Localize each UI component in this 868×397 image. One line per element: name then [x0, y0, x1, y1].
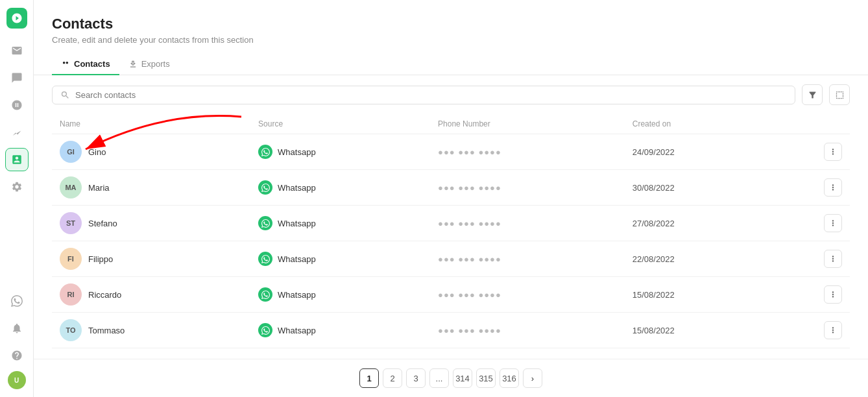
- radio-icon: [11, 99, 23, 111]
- phone-cell: ●●● ●●● ●●●●: [430, 134, 625, 170]
- created-cell: 30/08/2022: [625, 170, 767, 206]
- search-input[interactable]: [75, 90, 787, 100]
- wa-svg: [261, 219, 270, 228]
- wa-svg: [261, 255, 270, 263]
- pagination-next[interactable]: ›: [523, 368, 542, 388]
- contact-avatar: TO: [60, 319, 82, 341]
- created-cell: 15/08/2022: [625, 313, 767, 348]
- created-date: 15/08/2022: [633, 326, 675, 335]
- page-title: Contacts: [52, 16, 850, 32]
- contacts-tbody: GI Gino Whatsapp ●●● ●●● ●●●● 24/09/2022: [52, 134, 850, 348]
- pagination-page-314[interactable]: 314: [453, 368, 472, 388]
- phone-number: ●●● ●●● ●●●●: [438, 147, 501, 157]
- contact-name: Riccardo: [88, 290, 121, 300]
- more-icon: [828, 183, 838, 192]
- contact-name-cell: TO Tommaso: [52, 313, 250, 348]
- columns-button[interactable]: [829, 84, 850, 105]
- table-row: RI Riccardo Whatsapp ●●● ●●● ●●●● 15/08/…: [52, 277, 850, 313]
- page-subtitle: Create, edit and delete your contacts fr…: [52, 35, 850, 45]
- sidebar-bell[interactable]: [5, 317, 29, 340]
- wa-svg: [261, 184, 270, 192]
- pagination-page-315[interactable]: 315: [476, 368, 496, 388]
- created-date: 27/08/2022: [633, 219, 675, 228]
- whatsapp-source-icon: [258, 216, 272, 230]
- sidebar-item-radio[interactable]: [5, 93, 29, 117]
- contact-source-cell: Whatsapp: [250, 206, 430, 241]
- table-header: Name Source Phone Number Created on: [52, 114, 850, 134]
- phone-number: ●●● ●●● ●●●●: [438, 290, 501, 300]
- contact-source-cell: Whatsapp: [250, 313, 430, 348]
- whatsapp-source-icon: [258, 287, 272, 302]
- sidebar-bottom: U: [5, 289, 29, 389]
- col-phone: Phone Number: [430, 114, 625, 134]
- sidebar-item-chat[interactable]: [5, 66, 29, 90]
- main-content: Contacts Create, edit and delete your co…: [34, 0, 868, 397]
- actions-cell: [767, 277, 850, 313]
- source-label: Whatsapp: [278, 183, 316, 193]
- contact-name-cell: FI Filippo: [52, 241, 250, 277]
- contact-source-cell: Whatsapp: [250, 170, 430, 206]
- columns-icon: [835, 90, 845, 100]
- contact-name-cell: ST Stefano: [52, 206, 250, 241]
- phone-number: ●●● ●●● ●●●●: [438, 183, 501, 193]
- whatsapp-source-icon: [258, 145, 272, 159]
- sidebar-whatsapp[interactable]: [5, 289, 29, 313]
- contacts-tab-icon: [61, 60, 70, 69]
- contact-avatar: GI: [60, 141, 82, 163]
- phone-cell: ●●● ●●● ●●●●: [430, 170, 625, 206]
- more-options-button[interactable]: [824, 250, 842, 268]
- actions-cell: [767, 170, 850, 206]
- contact-avatar: RI: [60, 283, 82, 306]
- source-label: Whatsapp: [278, 147, 316, 157]
- more-icon: [828, 326, 838, 335]
- created-cell: 27/08/2022: [625, 206, 767, 241]
- phone-cell: ●●● ●●● ●●●●: [430, 313, 625, 348]
- col-actions: [767, 114, 850, 134]
- sidebar-item-analytics[interactable]: [5, 121, 29, 144]
- pagination-page-3[interactable]: 3: [406, 368, 426, 388]
- contact-source-cell: Whatsapp: [250, 241, 430, 277]
- analytics-icon: [11, 126, 23, 138]
- wa-svg: [261, 291, 270, 299]
- phone-cell: ●●● ●●● ●●●●: [430, 241, 625, 277]
- contact-name: Maria: [88, 183, 110, 193]
- col-source: Source: [250, 114, 430, 134]
- exports-tab-label: Exports: [141, 59, 170, 69]
- more-options-button[interactable]: [824, 321, 842, 339]
- app-logo[interactable]: [6, 8, 27, 29]
- user-avatar[interactable]: U: [8, 371, 26, 389]
- contact-name-cell: MA Maria: [52, 170, 250, 206]
- more-options-button[interactable]: [824, 285, 842, 304]
- more-options-button[interactable]: [824, 143, 842, 161]
- created-date: 15/08/2022: [633, 290, 675, 300]
- more-options-button[interactable]: [824, 178, 842, 197]
- created-date: 24/09/2022: [633, 147, 675, 157]
- more-icon: [828, 219, 838, 228]
- filter-button[interactable]: [802, 84, 823, 105]
- tabs-bar: Contacts Exports: [34, 45, 868, 75]
- table-row: FI Filippo Whatsapp ●●● ●●● ●●●● 22/08/2…: [52, 241, 850, 277]
- whatsapp-source-icon: [258, 180, 272, 195]
- source-label: Whatsapp: [278, 326, 316, 335]
- sidebar-item-contacts[interactable]: [5, 148, 29, 171]
- toolbar: [34, 75, 868, 114]
- sidebar-item-settings[interactable]: [5, 175, 29, 198]
- settings-icon: [11, 181, 23, 193]
- created-cell: 15/08/2022: [625, 277, 767, 313]
- pagination-page-1[interactable]: 1: [359, 368, 379, 388]
- contact-source-cell: Whatsapp: [250, 277, 430, 313]
- contacts-table: Name Source Phone Number Created on GI G…: [52, 114, 850, 348]
- more-options-button[interactable]: [824, 214, 842, 232]
- sidebar-item-notifications[interactable]: [5, 39, 29, 62]
- col-name: Name: [52, 114, 250, 134]
- tab-contacts[interactable]: Contacts: [52, 54, 119, 75]
- exports-tab-icon: [128, 60, 138, 69]
- tab-exports[interactable]: Exports: [119, 54, 179, 75]
- actions-cell: [767, 241, 850, 277]
- pagination: 123...314315316›: [34, 359, 868, 397]
- contacts-nav-icon: [11, 154, 23, 165]
- source-label: Whatsapp: [278, 290, 316, 300]
- sidebar-help[interactable]: [5, 344, 29, 367]
- pagination-page-2[interactable]: 2: [383, 368, 402, 388]
- pagination-page-316[interactable]: 316: [500, 368, 519, 388]
